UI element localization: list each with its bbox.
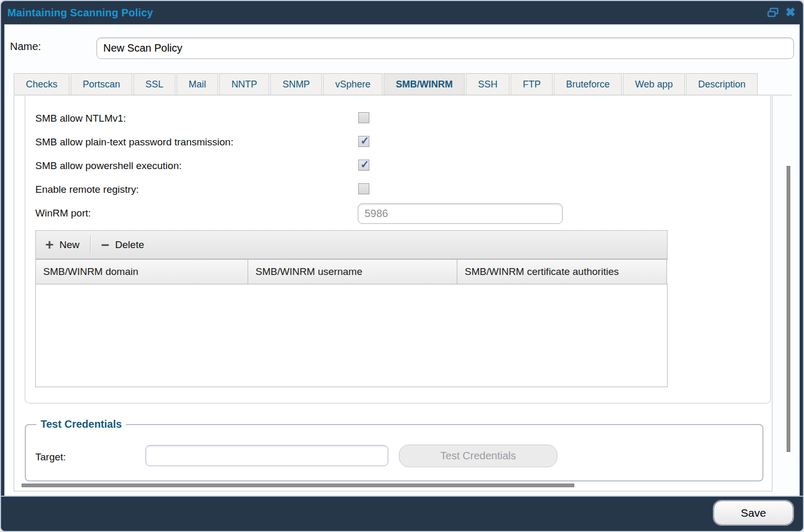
tab-checks[interactable]: Checks: [14, 73, 70, 95]
dialog-title: Maintaining Scanning Policy: [7, 7, 153, 19]
smb-allow-ntlmv1-checkbox[interactable]: [358, 112, 369, 123]
delete-button[interactable]: − Delete: [92, 231, 154, 259]
close-icon[interactable]: ✖: [786, 6, 796, 18]
tab-content-smb-winrm: SMB allow NTLMv1: SMB allow plain-text p…: [14, 96, 772, 491]
horizontal-scrollbar[interactable]: [22, 484, 574, 487]
target-label: Target:: [35, 451, 66, 463]
toolbar-divider: [90, 235, 91, 254]
tab-vsphere[interactable]: vSphere: [323, 73, 383, 95]
tab-portscan[interactable]: Portscan: [71, 73, 132, 95]
restore-icon[interactable]: [767, 7, 779, 17]
target-input[interactable]: [145, 445, 388, 466]
tab-ftp[interactable]: FTP: [511, 73, 553, 95]
test-credentials-fieldset: Test Credentials Target: Test Credential…: [25, 418, 763, 481]
name-label: Name:: [10, 41, 41, 53]
dialog-body: Name: Checks Portscan SSL Mail NNTP SNMP…: [4, 24, 800, 497]
test-credentials-legend: Test Credentials: [36, 418, 126, 430]
winrm-port-input[interactable]: [358, 203, 563, 224]
column-header-username[interactable]: SMB/WINRM username: [248, 260, 457, 284]
maintaining-scanning-policy-dialog: Maintaining Scanning Policy ✖ Name: Chec…: [0, 0, 804, 532]
tab-web-app[interactable]: Web app: [623, 73, 685, 95]
footer-bar: Save: [1, 496, 803, 531]
tab-strip: Checks Portscan SSL Mail NNTP SNMP vSphe…: [14, 73, 792, 95]
grid-body-empty[interactable]: [35, 284, 668, 387]
tab-smb-winrm[interactable]: SMB/WINRM: [384, 73, 465, 95]
save-button[interactable]: Save: [714, 501, 793, 525]
tab-ssl[interactable]: SSL: [133, 73, 175, 95]
enable-remote-registry-checkbox[interactable]: [358, 183, 369, 194]
smb-settings-panel: SMB allow NTLMv1: SMB allow plain-text p…: [25, 96, 771, 403]
tab-ssh[interactable]: SSH: [466, 73, 509, 95]
minus-icon: −: [101, 240, 110, 250]
winrm-port-label: WinRM port:: [35, 208, 91, 219]
tab-snmp[interactable]: SNMP: [270, 73, 322, 95]
new-button[interactable]: + New: [36, 231, 89, 259]
column-header-cert-authorities[interactable]: SMB/WINRM certificate authorities: [457, 260, 667, 284]
name-input[interactable]: [96, 37, 794, 59]
test-credentials-button[interactable]: Test Credentials: [399, 445, 557, 467]
smb-allow-powershell-checkbox[interactable]: [358, 160, 369, 171]
tab-description[interactable]: Description: [686, 73, 758, 95]
titlebar: Maintaining Scanning Policy ✖: [1, 1, 803, 24]
credentials-grid: + New − Delete SMB/WINRM domain SMB/WINR…: [35, 230, 668, 387]
column-header-domain[interactable]: SMB/WINRM domain: [36, 260, 248, 284]
grid-header-row: SMB/WINRM domain SMB/WINRM username SMB/…: [35, 259, 668, 284]
plus-icon: +: [45, 240, 54, 250]
tab-bruteforce[interactable]: Bruteforce: [554, 73, 622, 95]
enable-remote-registry-label: Enable remote registry:: [35, 184, 139, 195]
smb-allow-plaintext-label: SMB allow plain-text password transmissi…: [35, 136, 233, 148]
grid-toolbar: + New − Delete: [35, 230, 668, 259]
smb-allow-ntlmv1-label: SMB allow NTLMv1:: [35, 113, 126, 124]
smb-allow-plaintext-checkbox[interactable]: [358, 136, 369, 147]
vertical-scrollbar[interactable]: [787, 166, 790, 452]
tab-mail[interactable]: Mail: [177, 73, 218, 95]
smb-allow-powershell-label: SMB allow powershell execution:: [35, 160, 182, 172]
tab-nntp[interactable]: NNTP: [219, 73, 269, 95]
